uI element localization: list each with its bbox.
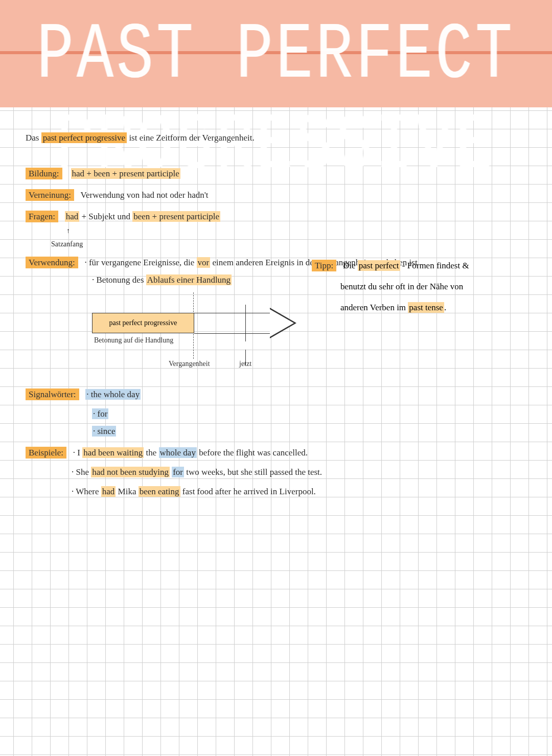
signal-3: · since xyxy=(92,426,116,437)
beispiele-1: Beispiele: · I had been waiting the whol… xyxy=(26,448,526,458)
tipp-label: Tipp: xyxy=(312,260,336,271)
tipp-line3: anderen Verben im past tense. xyxy=(312,297,537,318)
timeline-box-label: past perfect progressive xyxy=(108,318,178,328)
signal-2-wrap: · for xyxy=(92,409,526,419)
ex1-c: the xyxy=(144,448,158,457)
verwendung-label: Verwendung: xyxy=(26,257,78,268)
beispiele-label: Beispiele: xyxy=(26,447,66,459)
fragen-line: Fragen: had + Subjekt und been + present… xyxy=(26,212,526,222)
tipp-line2: benutzt du sehr oft in der Nähe von xyxy=(312,277,537,297)
ex2-a: · She xyxy=(72,467,91,477)
ex3-a: · Where xyxy=(72,487,101,496)
ex1-a: · I xyxy=(73,448,82,457)
ex3-c: Mika xyxy=(116,487,138,496)
verneinung-text: Verwendung von had not oder hadn't xyxy=(81,190,209,200)
tipp-line1: Tipp: Die past perfect - Formen findest … xyxy=(312,256,537,277)
verneinung-label: Verneinung: xyxy=(26,189,74,201)
tipp-block: Tipp: Die past perfect - Formen findest … xyxy=(312,256,537,318)
beispiele-3: · Where had Mika been eating fast food a… xyxy=(72,487,526,497)
tipp-l3c: . xyxy=(444,303,446,312)
timeline-shaft-top xyxy=(194,313,271,313)
verwendung-b1-hl: vor xyxy=(197,257,211,268)
tipp-l1a: Die xyxy=(343,261,358,270)
verneinung-line: Verneinung: Verwendung von had not oder … xyxy=(26,190,526,200)
fragen-mid: + Subjekt und xyxy=(79,212,132,221)
signal-2: · for xyxy=(92,408,108,419)
fragen-label: Fragen: xyxy=(26,211,58,222)
verwendung-b2-pre: · Betonung des xyxy=(92,275,146,285)
timeline-box: past perfect progressive xyxy=(92,313,194,333)
signal-label: Signalwörter: xyxy=(26,388,79,400)
tipp-l1b: past perfect xyxy=(358,260,400,271)
timeline-diagram: past perfect progressive Betonung auf di… xyxy=(92,292,312,374)
timeline-tick-now xyxy=(245,305,246,341)
verwendung-b2-hl: Ablaufs einer Handlung xyxy=(146,274,232,285)
bildung-label: Bildung: xyxy=(26,168,62,179)
ex1-b: had been waiting xyxy=(82,447,144,458)
ex2-b: had not been studying xyxy=(91,467,170,477)
timeline-shaft-bot xyxy=(194,333,271,334)
signal-line: Signalwörter: · the whole day xyxy=(26,390,526,400)
ex2-d: for xyxy=(172,467,184,477)
signal-3-wrap: · since xyxy=(92,426,526,437)
timeline-past-label: Vergangenheit xyxy=(169,360,210,368)
timeline-arrowhead xyxy=(270,308,296,338)
ex1-d: whole day xyxy=(159,447,197,458)
timeline-now-label: jetzt xyxy=(239,360,251,368)
fragen-note: Satzanfang xyxy=(51,240,526,248)
intro-pre: Das xyxy=(26,133,41,143)
ex3-b: had xyxy=(101,486,116,497)
ex3-e: fast food after he arrived in Liverpool. xyxy=(180,487,316,496)
tipp-l3a: anderen Verben im xyxy=(340,303,408,312)
fragen-been: been + present participle xyxy=(132,211,220,222)
fragen-arrow: ↑ xyxy=(66,227,526,235)
verwendung-b1-pre: · für vergangene Ereignisse, die xyxy=(84,258,196,267)
intro-line: Das past perfect progressive ist eine Ze… xyxy=(26,133,526,143)
intro-highlight: past perfect progressive xyxy=(41,132,127,143)
beispiele-2: · She had not been studying for two week… xyxy=(72,467,526,477)
fragen-had: had xyxy=(65,211,80,222)
signal-1: · the whole day xyxy=(85,389,141,400)
timeline-caption: Betonung auf die Handlung xyxy=(94,336,173,345)
bildung-line: Bildung: had + been + present participle xyxy=(26,169,526,179)
header-band: PAST PERFECT PROGRESSIVE xyxy=(0,0,552,107)
tipp-l3b: past tense xyxy=(408,302,444,313)
ex1-e: before the flight was cancelled. xyxy=(197,448,308,457)
ex2-e: two weeks, but she still passed the test… xyxy=(184,467,322,477)
intro-post: ist eine Zeitform der Vergangenheit. xyxy=(127,133,255,143)
ex3-d: been eating xyxy=(139,486,180,497)
tipp-l1c: - Formen findest & xyxy=(400,261,469,270)
bildung-text: had + been + present participle xyxy=(71,168,180,179)
